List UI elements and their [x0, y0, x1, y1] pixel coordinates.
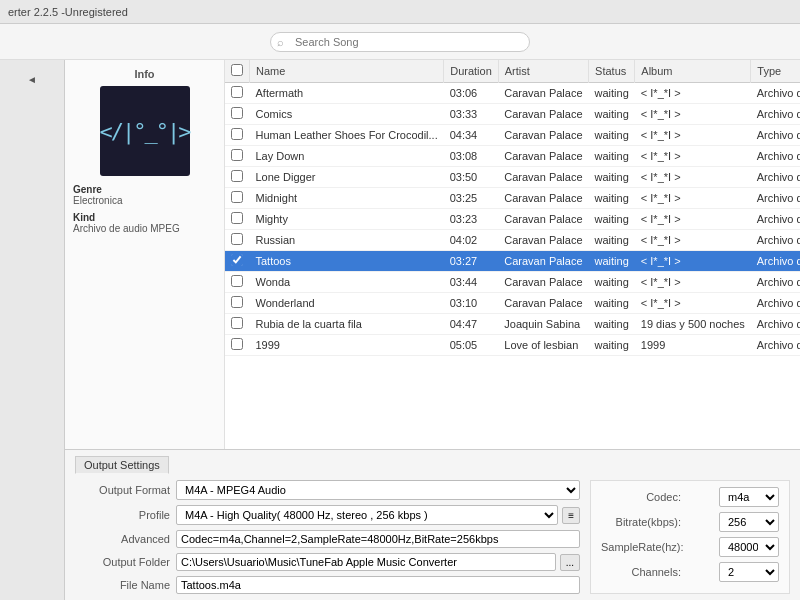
row-status: waiting [589, 272, 635, 293]
row-status: waiting [589, 314, 635, 335]
row-album: < I*_*I > [635, 251, 751, 272]
search-icon: ⌕ [277, 36, 284, 48]
row-checkbox-cell [225, 230, 250, 251]
header-name: Name [250, 60, 444, 83]
row-album: < I*_*I > [635, 146, 751, 167]
row-status: waiting [589, 146, 635, 167]
row-status: waiting [589, 125, 635, 146]
settings-left: Output Format M4A - MPEG4 Audio Profile … [75, 480, 580, 594]
row-checkbox[interactable] [231, 254, 243, 266]
channels-select[interactable]: 2 [719, 562, 779, 582]
header-type: Type [751, 60, 800, 83]
sidebar: ◄ [0, 60, 65, 600]
row-checkbox[interactable] [231, 317, 243, 329]
row-album: < I*_*I > [635, 167, 751, 188]
row-checkbox-cell [225, 209, 250, 230]
table-row[interactable]: Mighty03:23Caravan Palacewaiting< I*_*I … [225, 209, 800, 230]
browse-button[interactable]: ... [560, 554, 580, 571]
samplerate-select[interactable]: 48000 [719, 537, 779, 557]
row-type: Archivo de au... [751, 125, 800, 146]
row-checkbox[interactable] [231, 275, 243, 287]
codec-select[interactable]: m4a [719, 487, 779, 507]
table-row[interactable]: Russian04:02Caravan Palacewaiting< I*_*I… [225, 230, 800, 251]
table-row[interactable]: Rubia de la cuarta fila04:47Joaquin Sabi… [225, 314, 800, 335]
table-row[interactable]: Human Leather Shoes For Crocodil...04:34… [225, 125, 800, 146]
table-row[interactable]: Lay Down03:08Caravan Palacewaiting< I*_*… [225, 146, 800, 167]
row-checkbox[interactable] [231, 170, 243, 182]
row-artist: Caravan Palace [498, 230, 588, 251]
row-checkbox-cell [225, 251, 250, 272]
row-status: waiting [589, 251, 635, 272]
title-text: erter 2.2.5 -Unregistered [8, 6, 128, 18]
header-checkbox[interactable] [225, 60, 250, 83]
row-type: Archivo de au... [751, 314, 800, 335]
row-checkbox[interactable] [231, 107, 243, 119]
row-duration: 03:33 [444, 104, 499, 125]
row-checkbox-cell [225, 293, 250, 314]
row-status: waiting [589, 335, 635, 356]
profile-settings-button[interactable]: ≡ [562, 507, 580, 524]
row-checkbox[interactable] [231, 191, 243, 203]
track-table: Name Duration Artist Status Album Type O… [225, 60, 800, 356]
row-checkbox-cell [225, 188, 250, 209]
samplerate-row: SampleRate(hz): 48000 [601, 537, 779, 557]
row-name: Rubia de la cuarta fila [250, 314, 444, 335]
table-row[interactable]: Wonderland03:10Caravan Palacewaiting< I*… [225, 293, 800, 314]
row-status: waiting [589, 293, 635, 314]
codec-row: Codec: m4a [601, 487, 779, 507]
bitrate-select[interactable]: 256 [719, 512, 779, 532]
search-input[interactable] [270, 32, 530, 52]
row-checkbox[interactable] [231, 296, 243, 308]
header-duration: Duration [444, 60, 499, 83]
table-row[interactable]: Midnight03:25Caravan Palacewaiting< I*_*… [225, 188, 800, 209]
output-settings-tab[interactable]: Output Settings [75, 456, 169, 474]
row-artist: Caravan Palace [498, 125, 588, 146]
sidebar-nav-item[interactable]: ◄ [4, 68, 60, 91]
table-row[interactable]: 199905:05Love of lesbianwaiting1999Archi… [225, 335, 800, 356]
row-checkbox[interactable] [231, 128, 243, 140]
profile-row: Profile M4A - High Quality( 48000 Hz, st… [75, 505, 580, 525]
row-artist: Joaquin Sabina [498, 314, 588, 335]
output-format-select[interactable]: M4A - MPEG4 Audio [176, 480, 580, 500]
table-row[interactable]: Comics03:33Caravan Palacewaiting< I*_*I … [225, 104, 800, 125]
row-type: Archivo de au... [751, 335, 800, 356]
info-panel-title: Info [73, 68, 216, 80]
profile-select[interactable]: M4A - High Quality( 48000 Hz, stereo , 2… [176, 505, 558, 525]
profile-label: Profile [75, 509, 170, 521]
settings-right: Codec: m4a Bitrate(kbps): 256 SampleRate… [590, 480, 790, 594]
advanced-input[interactable] [176, 530, 580, 548]
row-duration: 03:50 [444, 167, 499, 188]
row-type: Archivo de au... [751, 272, 800, 293]
row-type: Archivo de au... [751, 251, 800, 272]
output-folder-input[interactable] [176, 553, 556, 571]
row-artist: Caravan Palace [498, 251, 588, 272]
bitrate-row: Bitrate(kbps): 256 [601, 512, 779, 532]
table-row[interactable]: Lone Digger03:50Caravan Palacewaiting< I… [225, 167, 800, 188]
row-checkbox-cell [225, 335, 250, 356]
row-checkbox[interactable] [231, 233, 243, 245]
row-checkbox[interactable] [231, 86, 243, 98]
row-checkbox[interactable] [231, 338, 243, 350]
row-type: Archivo de au... [751, 293, 800, 314]
row-duration: 03:10 [444, 293, 499, 314]
row-artist: Caravan Palace [498, 188, 588, 209]
row-checkbox[interactable] [231, 149, 243, 161]
genre-label: Genre [73, 184, 216, 195]
row-type: Archivo de au... [751, 188, 800, 209]
table-row[interactable]: Aftermath03:06Caravan Palacewaiting< I*_… [225, 83, 800, 104]
output-format-label: Output Format [75, 484, 170, 496]
row-name: Wonda [250, 272, 444, 293]
table-header: Name Duration Artist Status Album Type O… [225, 60, 800, 83]
info-panel: Info </|°_°|> Genre Electronica Kind Arc… [65, 60, 225, 449]
row-checkbox[interactable] [231, 212, 243, 224]
table-row[interactable]: Tattoos03:27Caravan Palacewaiting< I*_*I… [225, 251, 800, 272]
file-name-input[interactable] [176, 576, 580, 594]
select-all-checkbox[interactable] [231, 64, 243, 76]
row-artist: Love of lesbian [498, 335, 588, 356]
table-row[interactable]: Wonda03:44Caravan Palacewaiting< I*_*I >… [225, 272, 800, 293]
row-checkbox-cell [225, 314, 250, 335]
row-checkbox-cell [225, 83, 250, 104]
row-artist: Caravan Palace [498, 272, 588, 293]
content-area: Info </|°_°|> Genre Electronica Kind Arc… [65, 60, 800, 600]
title-bar: erter 2.2.5 -Unregistered [0, 0, 800, 24]
